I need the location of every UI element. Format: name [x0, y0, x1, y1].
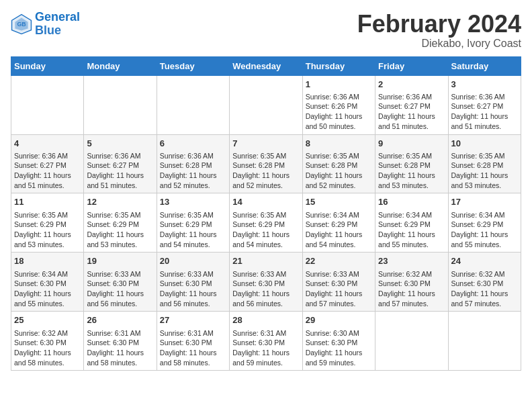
calendar-cell: 5Sunrise: 6:36 AMSunset: 6:27 PMDaylight…: [84, 134, 157, 193]
day-number: 11: [14, 196, 81, 208]
day-info: Sunrise: 6:36 AMSunset: 6:27 PMDaylight:…: [378, 92, 445, 132]
calendar-cell: 12Sunrise: 6:35 AMSunset: 6:29 PMDayligh…: [84, 193, 157, 253]
day-info: Sunrise: 6:34 AMSunset: 6:29 PMDaylight:…: [378, 210, 445, 250]
calendar-cell: [230, 75, 302, 134]
day-info: Sunrise: 6:35 AMSunset: 6:28 PMDaylight:…: [306, 151, 372, 191]
day-info: Sunrise: 6:33 AMSunset: 6:30 PMDaylight:…: [232, 269, 299, 309]
calendar-cell: 10Sunrise: 6:35 AMSunset: 6:28 PMDayligh…: [448, 134, 521, 193]
calendar-cell: 14Sunrise: 6:35 AMSunset: 6:29 PMDayligh…: [230, 193, 302, 253]
calendar-cell: 25Sunrise: 6:32 AMSunset: 6:30 PMDayligh…: [11, 312, 84, 371]
day-info: Sunrise: 6:32 AMSunset: 6:30 PMDaylight:…: [14, 328, 81, 368]
calendar-cell: 21Sunrise: 6:33 AMSunset: 6:30 PMDayligh…: [230, 253, 302, 312]
day-number: 23: [378, 255, 445, 267]
logo: GB General Blue: [11, 11, 80, 38]
day-number: 14: [232, 196, 299, 208]
day-info: Sunrise: 6:36 AMSunset: 6:27 PMDaylight:…: [87, 151, 153, 191]
page-header: GB General Blue February 2024 Diekabo, I…: [11, 11, 521, 50]
calendar-row-1: 4Sunrise: 6:36 AMSunset: 6:27 PMDaylight…: [11, 134, 521, 193]
col-sunday: Sunday: [11, 56, 84, 75]
calendar-row-2: 11Sunrise: 6:35 AMSunset: 6:29 PMDayligh…: [11, 193, 521, 253]
logo-general: General: [35, 10, 80, 24]
calendar-cell: 4Sunrise: 6:36 AMSunset: 6:27 PMDaylight…: [11, 134, 84, 193]
calendar-cell: 6Sunrise: 6:36 AMSunset: 6:28 PMDaylight…: [157, 134, 229, 193]
page-subtitle: Diekabo, Ivory Coast: [357, 38, 521, 50]
day-info: Sunrise: 6:36 AMSunset: 6:28 PMDaylight:…: [160, 151, 226, 191]
calendar-cell: 8Sunrise: 6:35 AMSunset: 6:28 PMDaylight…: [302, 134, 375, 193]
day-number: 5: [87, 138, 153, 150]
day-number: 13: [160, 196, 226, 208]
day-number: 29: [306, 314, 372, 326]
col-thursday: Thursday: [302, 56, 375, 75]
day-number: 3: [451, 79, 518, 91]
day-info: Sunrise: 6:33 AMSunset: 6:30 PMDaylight:…: [160, 269, 226, 309]
calendar-cell: 23Sunrise: 6:32 AMSunset: 6:30 PMDayligh…: [375, 253, 448, 312]
day-info: Sunrise: 6:30 AMSunset: 6:30 PMDaylight:…: [306, 328, 372, 368]
calendar-cell: 11Sunrise: 6:35 AMSunset: 6:29 PMDayligh…: [11, 193, 84, 253]
col-saturday: Saturday: [448, 56, 521, 75]
day-info: Sunrise: 6:34 AMSunset: 6:29 PMDaylight:…: [451, 210, 518, 250]
day-number: 20: [160, 255, 226, 267]
calendar-cell: [375, 312, 448, 371]
svg-text:GB: GB: [17, 21, 26, 28]
calendar-cell: [157, 75, 229, 134]
day-info: Sunrise: 6:33 AMSunset: 6:30 PMDaylight:…: [306, 269, 372, 309]
day-info: Sunrise: 6:36 AMSunset: 6:27 PMDaylight:…: [451, 92, 518, 132]
calendar-table: Sunday Monday Tuesday Wednesday Thursday…: [11, 56, 521, 371]
day-info: Sunrise: 6:31 AMSunset: 6:30 PMDaylight:…: [87, 328, 153, 368]
logo-icon: GB: [11, 13, 32, 35]
calendar-cell: 26Sunrise: 6:31 AMSunset: 6:30 PMDayligh…: [84, 312, 157, 371]
calendar-cell: 2Sunrise: 6:36 AMSunset: 6:27 PMDaylight…: [375, 75, 448, 134]
day-number: 27: [160, 314, 226, 326]
calendar-cell: 18Sunrise: 6:34 AMSunset: 6:30 PMDayligh…: [11, 253, 84, 312]
day-info: Sunrise: 6:36 AMSunset: 6:26 PMDaylight:…: [306, 92, 372, 132]
day-info: Sunrise: 6:32 AMSunset: 6:30 PMDaylight:…: [378, 269, 445, 309]
calendar-cell: 24Sunrise: 6:32 AMSunset: 6:30 PMDayligh…: [448, 253, 521, 312]
day-number: 15: [306, 196, 372, 208]
day-info: Sunrise: 6:31 AMSunset: 6:30 PMDaylight:…: [160, 328, 226, 368]
day-number: 7: [232, 138, 299, 150]
calendar-cell: 15Sunrise: 6:34 AMSunset: 6:29 PMDayligh…: [302, 193, 375, 253]
day-number: 22: [306, 255, 372, 267]
day-info: Sunrise: 6:31 AMSunset: 6:30 PMDaylight:…: [232, 328, 299, 368]
day-info: Sunrise: 6:34 AMSunset: 6:29 PMDaylight:…: [306, 210, 372, 250]
day-info: Sunrise: 6:35 AMSunset: 6:29 PMDaylight:…: [232, 210, 299, 250]
day-number: 24: [451, 255, 518, 267]
calendar-cell: 19Sunrise: 6:33 AMSunset: 6:30 PMDayligh…: [84, 253, 157, 312]
col-monday: Monday: [84, 56, 157, 75]
calendar-cell: 9Sunrise: 6:35 AMSunset: 6:28 PMDaylight…: [375, 134, 448, 193]
calendar-cell: 13Sunrise: 6:35 AMSunset: 6:29 PMDayligh…: [157, 193, 229, 253]
day-info: Sunrise: 6:35 AMSunset: 6:28 PMDaylight:…: [378, 151, 445, 191]
day-number: 18: [14, 255, 81, 267]
calendar-cell: [448, 312, 521, 371]
day-info: Sunrise: 6:35 AMSunset: 6:29 PMDaylight:…: [14, 210, 81, 250]
day-info: Sunrise: 6:33 AMSunset: 6:30 PMDaylight:…: [87, 269, 153, 309]
day-number: 26: [87, 314, 153, 326]
calendar-cell: 16Sunrise: 6:34 AMSunset: 6:29 PMDayligh…: [375, 193, 448, 253]
day-number: 12: [87, 196, 153, 208]
calendar-cell: [11, 75, 84, 134]
col-friday: Friday: [375, 56, 448, 75]
day-number: 10: [451, 138, 518, 150]
day-info: Sunrise: 6:34 AMSunset: 6:30 PMDaylight:…: [14, 269, 81, 309]
calendar-row-0: 1Sunrise: 6:36 AMSunset: 6:26 PMDaylight…: [11, 75, 521, 134]
calendar-cell: 17Sunrise: 6:34 AMSunset: 6:29 PMDayligh…: [448, 193, 521, 253]
calendar-row-4: 25Sunrise: 6:32 AMSunset: 6:30 PMDayligh…: [11, 312, 521, 371]
calendar-cell: 1Sunrise: 6:36 AMSunset: 6:26 PMDaylight…: [302, 75, 375, 134]
col-tuesday: Tuesday: [157, 56, 229, 75]
day-number: 1: [306, 79, 372, 91]
day-number: 6: [160, 138, 226, 150]
day-number: 2: [378, 79, 445, 91]
day-number: 4: [14, 138, 81, 150]
day-info: Sunrise: 6:36 AMSunset: 6:27 PMDaylight:…: [14, 151, 81, 191]
header-row: Sunday Monday Tuesday Wednesday Thursday…: [11, 56, 521, 75]
logo-text: General Blue: [35, 11, 80, 38]
col-wednesday: Wednesday: [230, 56, 302, 75]
logo-blue: Blue: [35, 24, 61, 37]
day-number: 8: [306, 138, 372, 150]
day-number: 19: [87, 255, 153, 267]
calendar-cell: 27Sunrise: 6:31 AMSunset: 6:30 PMDayligh…: [157, 312, 229, 371]
page-title: February 2024: [357, 11, 521, 38]
day-info: Sunrise: 6:35 AMSunset: 6:28 PMDaylight:…: [232, 151, 299, 191]
calendar-cell: 7Sunrise: 6:35 AMSunset: 6:28 PMDaylight…: [230, 134, 302, 193]
day-number: 17: [451, 196, 518, 208]
